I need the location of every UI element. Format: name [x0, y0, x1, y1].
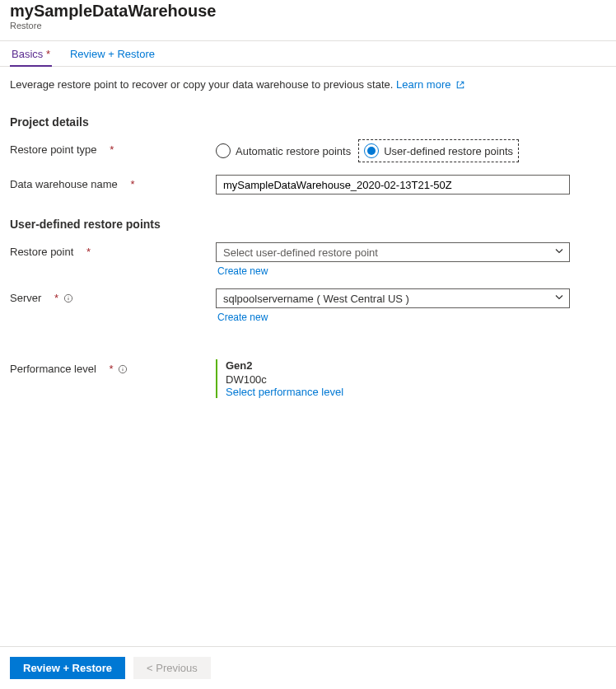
radio-user-defined-restore-points[interactable]: User-defined restore points — [361, 142, 516, 160]
label-server: Server * — [10, 288, 216, 304]
server-select-value: sqlpoolservername ( West Central US ) — [223, 293, 409, 305]
footer-bar: Review + Restore < Previous — [0, 646, 616, 689]
performance-level-block: Gen2 DW100c Select performance level — [216, 359, 570, 398]
radio-automatic-restore-points[interactable]: Automatic restore points — [216, 143, 351, 158]
intro-text-body: Leverage restore point to recover or cop… — [10, 78, 396, 91]
performance-gen: Gen2 — [226, 359, 570, 372]
review-restore-button[interactable]: Review + Restore — [10, 657, 125, 679]
label-restore-point-type: Restore point type * — [10, 140, 216, 156]
tab-basics-label: Basics — [12, 48, 43, 60]
tab-basics[interactable]: Basics * — [10, 41, 52, 67]
svg-point-5 — [123, 367, 124, 368]
select-performance-level-link[interactable]: Select performance level — [226, 386, 343, 398]
previous-button[interactable]: < Previous — [133, 657, 211, 679]
performance-tier: DW100c — [226, 373, 570, 386]
label-restore-point: Restore point * — [10, 242, 216, 258]
learn-more-link[interactable]: Learn more — [396, 78, 465, 91]
restore-point-select-placeholder: Select user-defined restore point — [223, 246, 378, 259]
radio-icon — [364, 143, 379, 158]
radio-automatic-label: Automatic restore points — [236, 145, 351, 157]
restore-point-create-new-link[interactable]: Create new — [217, 265, 268, 277]
info-icon[interactable] — [118, 364, 128, 374]
server-create-new-link[interactable]: Create new — [217, 312, 268, 323]
server-select[interactable]: sqlpoolservername ( West Central US ) — [216, 288, 570, 308]
restore-point-type-radio-group: Automatic restore points User-defined re… — [216, 140, 570, 160]
tab-strip: Basics * Review + Restore — [0, 40, 616, 67]
restore-point-select[interactable]: Select user-defined restore point — [216, 242, 570, 262]
radio-icon — [216, 143, 231, 158]
section-project-details: Project details — [10, 115, 606, 129]
chevron-down-icon — [554, 293, 564, 305]
tab-review-restore[interactable]: Review + Restore — [68, 41, 156, 67]
label-performance-level: Performance level * — [10, 359, 216, 375]
svg-point-2 — [68, 296, 69, 297]
required-indicator: * — [46, 48, 50, 60]
page-subtitle: Restore — [10, 21, 606, 30]
info-icon[interactable] — [63, 293, 73, 303]
learn-more-label: Learn more — [396, 78, 450, 91]
data-warehouse-name-input[interactable] — [216, 175, 570, 195]
page-title: mySampleDataWarehouse — [10, 2, 606, 21]
label-data-warehouse-name: Data warehouse name * — [10, 175, 216, 190]
chevron-down-icon — [554, 246, 564, 259]
external-link-icon — [455, 80, 465, 92]
radio-user-defined-label: User-defined restore points — [384, 145, 513, 157]
intro-text: Leverage restore point to recover or cop… — [10, 78, 606, 92]
section-user-defined-restore-points: User-defined restore points — [10, 218, 606, 231]
